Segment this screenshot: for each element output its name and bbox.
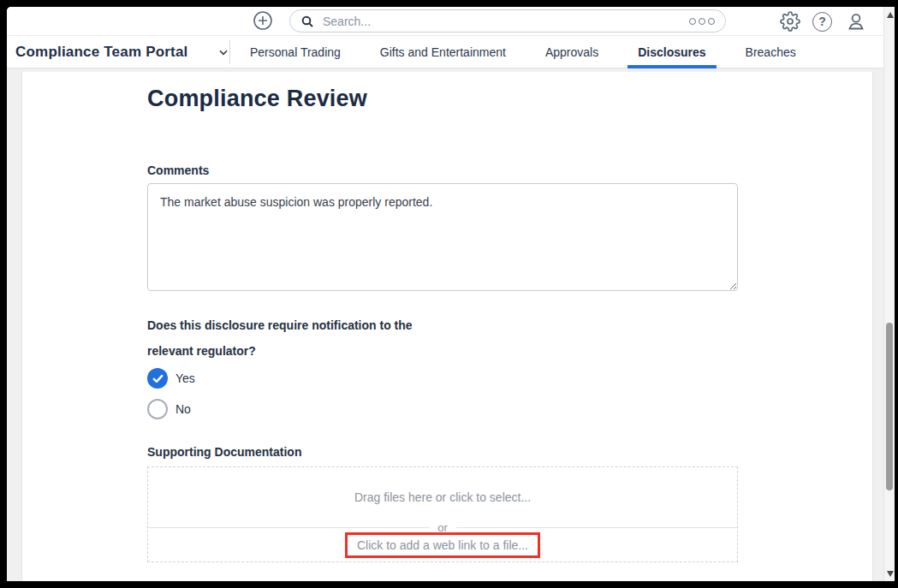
comments-label: Comments: [147, 163, 209, 177]
portal-selector[interactable]: Compliance Team Portal: [15, 36, 229, 68]
search-input[interactable]: [321, 14, 689, 29]
tab-list: Personal Trading Gifts and Entertainment…: [240, 36, 806, 68]
add-button[interactable]: [253, 10, 273, 31]
gear-icon: [780, 11, 800, 32]
regulator-question-label: Does this disclosure require notificatio…: [147, 312, 449, 364]
content-area: Compliance Review Comments The market ab…: [7, 68, 883, 581]
profile-button[interactable]: [846, 11, 866, 32]
help-button[interactable]: ?: [812, 11, 833, 32]
tab-gifts-and-entertainment[interactable]: Gifts and Entertainment: [370, 36, 516, 68]
radio-option-no[interactable]: No: [147, 399, 191, 419]
add-weblink-button[interactable]: Click to add a web link to a file...: [345, 532, 540, 558]
tab-breaches[interactable]: Breaches: [735, 36, 806, 68]
search-icon: [300, 15, 314, 28]
page-title: Compliance Review: [147, 86, 367, 112]
profile-icon: [846, 11, 866, 32]
app-window: ? Compliance Team Portal Personal Tradin…: [7, 7, 895, 581]
scrollbar-thumb[interactable]: [886, 323, 893, 490]
form-card: Compliance Review Comments The market ab…: [21, 72, 873, 581]
tab-disclosures[interactable]: Disclosures: [627, 36, 716, 68]
plus-circle-icon: [253, 10, 273, 31]
scroll-up-arrow-icon[interactable]: [885, 9, 895, 21]
tab-approvals[interactable]: Approvals: [535, 36, 609, 68]
vertical-scrollbar[interactable]: [883, 7, 895, 581]
scroll-down-arrow-icon[interactable]: [885, 567, 895, 579]
file-dropzone[interactable]: Drag files here or click to select... or…: [147, 466, 738, 562]
dropzone-drag-text[interactable]: Drag files here or click to select...: [148, 467, 737, 527]
help-icon: ?: [812, 12, 832, 32]
radio-unchecked-icon: [147, 399, 168, 419]
radio-option-yes[interactable]: Yes: [147, 368, 195, 389]
radio-yes-label: Yes: [175, 371, 195, 385]
settings-button[interactable]: [780, 11, 800, 32]
weblink-row: Click to add a web link to a file...: [148, 528, 737, 561]
top-bar: ?: [7, 7, 883, 36]
comments-textarea[interactable]: The market abuse suspicion was properly …: [147, 183, 738, 291]
search-bar[interactable]: [289, 9, 726, 33]
tab-personal-trading[interactable]: Personal Trading: [240, 36, 351, 68]
radio-no-label: No: [175, 402, 191, 416]
portal-label: Compliance Team Portal: [15, 44, 188, 61]
nav-divider: [229, 40, 230, 64]
ellipsis-icon[interactable]: [689, 18, 715, 25]
nav-bar: Compliance Team Portal Personal Trading …: [7, 36, 883, 68]
supporting-documentation-label: Supporting Documentation: [147, 445, 301, 459]
radio-checked-icon: [147, 368, 168, 389]
chevron-down-icon: [217, 46, 229, 58]
